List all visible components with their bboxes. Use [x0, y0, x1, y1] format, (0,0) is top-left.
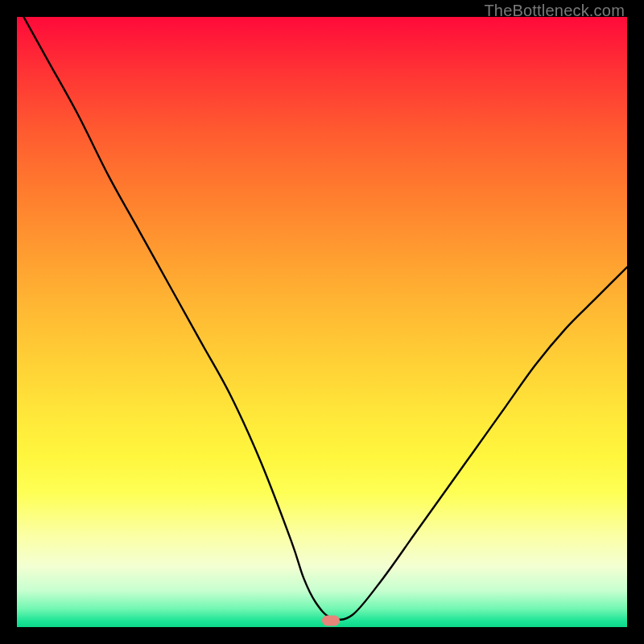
chart-stage: TheBottleneck.com [0, 0, 644, 644]
plot-area [17, 17, 627, 627]
gradient-background [17, 17, 627, 627]
optimal-point-marker [322, 616, 340, 626]
